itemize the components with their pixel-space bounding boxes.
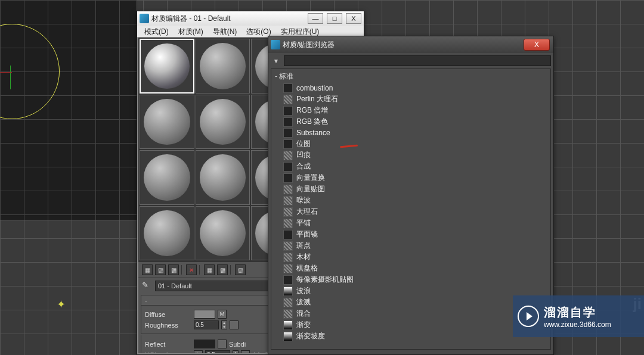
map-type-icon [283, 151, 293, 160]
roughness-spinner[interactable]: 0.5 [194, 320, 219, 329]
axis-y [10, 66, 11, 89]
reflect-subdiv-label: Subdi [229, 341, 246, 348]
map-type-icon [283, 253, 293, 262]
sample-slot-13[interactable] [140, 206, 194, 261]
map-type-icon [283, 264, 293, 273]
tree-item-label: 平铺 [296, 218, 311, 228]
map-type-icon [283, 275, 293, 285]
map-type-icon [283, 207, 293, 217]
close-button[interactable]: X [524, 39, 550, 51]
get-material-icon[interactable]: ▦ [142, 264, 153, 275]
tree-item-label: 斑点 [296, 241, 311, 251]
map-type-icon [283, 173, 293, 183]
maximize-button[interactable]: □ [327, 13, 342, 24]
tree-item[interactable]: 合成 [273, 161, 549, 172]
diffuse-swatch[interactable] [194, 310, 215, 319]
search-input[interactable] [284, 55, 551, 66]
tree-item[interactable]: 噪波 [273, 195, 549, 206]
tree-item[interactable]: 大理石 [273, 206, 549, 217]
map-type-icon [283, 332, 293, 341]
browser-titlebar[interactable]: 材质/贴图浏览器 X [268, 36, 553, 53]
menu-navigate[interactable]: 导航(N) [208, 26, 242, 37]
sample-slot-9[interactable] [140, 150, 194, 205]
sample-slot-14[interactable] [196, 206, 250, 261]
tree-item[interactable]: 位图 [273, 138, 549, 150]
map-type-icon [283, 95, 293, 104]
tree-item[interactable]: 平铺 [273, 217, 549, 229]
watermark-badge[interactable]: 溜溜自学 www.zixue.3d66.com [513, 295, 644, 337]
assign-icon[interactable]: ▨ [155, 264, 166, 275]
reflect-label: Reflect [145, 341, 191, 348]
tree-item[interactable]: Perlin 大理石 [273, 94, 549, 105]
tree-item-label: 位图 [296, 139, 311, 149]
reset-icon[interactable]: ▩ [168, 264, 179, 275]
map-type-icon [283, 298, 293, 307]
hgloss-aa-label: AA: 6 [252, 351, 268, 355]
tree-item[interactable]: 凹痕 [273, 150, 549, 161]
hgloss-map-button[interactable] [241, 350, 250, 354]
diffuse-map-button[interactable]: M [218, 310, 227, 319]
app-icon [140, 14, 149, 23]
tree-item-label: 向量贴图 [296, 184, 325, 194]
tree-item[interactable]: 平面镜 [273, 229, 549, 240]
reflect-swatch[interactable] [194, 340, 215, 348]
mat-editor-title: 材质编辑器 - 01 - Default [151, 14, 304, 24]
tree-item[interactable]: combustion [273, 83, 549, 94]
options-icon[interactable]: ▧ [235, 264, 246, 275]
hgloss-spinner[interactable]: 0.5 [205, 350, 230, 354]
map-type-icon [283, 320, 293, 330]
tree-item[interactable]: 混合 [273, 308, 549, 319]
tree-group-standard[interactable]: - 标准 [273, 70, 549, 83]
hgloss-lock-button[interactable]: L [194, 350, 203, 354]
sample-slot-5[interactable] [140, 95, 194, 150]
map-type-icon [283, 162, 293, 172]
tree-item-label: combustion [296, 84, 333, 92]
roughness-map-button[interactable] [230, 320, 239, 329]
tree-item[interactable]: 每像素摄影机贴图 [273, 274, 549, 285]
map-type-icon [283, 185, 293, 194]
tree-item-label: 凹痕 [296, 150, 311, 160]
tree-item[interactable]: Substance [273, 127, 549, 138]
tree-item[interactable]: 渐变坡度 [273, 331, 549, 342]
tree-item-label: 平面镜 [296, 229, 318, 239]
delete-icon[interactable]: ✕ [186, 264, 197, 275]
sample-slot-6[interactable] [196, 95, 250, 150]
tree-item[interactable]: 木材 [273, 251, 549, 263]
options-dropdown-icon[interactable]: ▼ [271, 58, 281, 64]
sample-slot-1[interactable] [140, 39, 194, 94]
tree-item[interactable]: 渐变 [273, 319, 549, 331]
menu-material[interactable]: 材质(M) [174, 26, 208, 37]
tree-item[interactable]: 斑点 [273, 240, 549, 251]
badge-url: www.zixue.3d66.com [544, 320, 611, 329]
tree-item-label: 渐变 [296, 320, 311, 330]
tree-item[interactable]: 向量贴图 [273, 183, 549, 195]
roughness-spin-arrows[interactable]: ▲▼ [221, 320, 227, 329]
tree-item[interactable]: RGB 染色 [273, 116, 549, 127]
tree-item-label: Perlin 大理石 [296, 94, 338, 104]
close-button[interactable]: X [346, 13, 361, 24]
map-type-icon [283, 219, 293, 228]
show-end-icon[interactable]: ▩ [217, 264, 228, 275]
tree-item[interactable]: 泼溅 [273, 297, 549, 308]
map-type-icon [283, 139, 293, 149]
tree-item-label: 木材 [296, 252, 311, 262]
hgloss-spin-arrows[interactable]: ▲▼ [233, 350, 239, 354]
viewport-arc [0, 24, 60, 119]
sample-slot-2[interactable] [196, 39, 250, 94]
tree-item[interactable]: 向量置换 [273, 172, 549, 183]
mat-editor-titlebar[interactable]: 材质编辑器 - 01 - Default — □ X [137, 11, 364, 26]
map-type-icon [283, 196, 293, 205]
reflect-map-button[interactable] [218, 340, 227, 348]
tree-item-label: 泼溅 [296, 297, 311, 307]
browser-tree: - 标准 combustionPerlin 大理石RGB 倍增RGB 染色Sub… [271, 68, 551, 350]
tree-item[interactable]: RGB 倍增 [273, 105, 549, 116]
show-map-icon[interactable]: ▦ [204, 264, 215, 275]
tree-item[interactable]: 波浪 [273, 285, 549, 297]
roughness-label: Roughness [145, 322, 191, 329]
minimize-button[interactable]: — [308, 13, 323, 24]
sample-slot-10[interactable] [196, 150, 250, 205]
eyedropper-icon[interactable]: ✎ [142, 281, 153, 291]
tree-item[interactable]: 棋盘格 [273, 263, 549, 274]
tree-item-label: RGB 染色 [296, 117, 328, 127]
menu-mode[interactable]: 模式(D) [140, 26, 174, 37]
